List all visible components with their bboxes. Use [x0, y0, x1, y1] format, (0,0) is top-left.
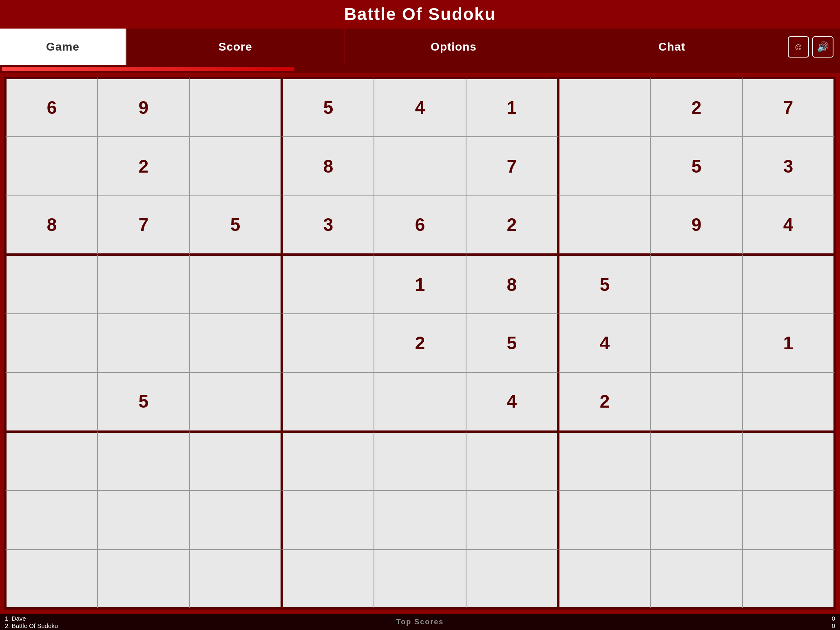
smiley-icon-button[interactable]: ☺	[788, 36, 809, 58]
cell-0-1: 9	[97, 78, 190, 137]
cell-1-1: 2	[97, 137, 190, 195]
cell-1-8: 3	[743, 137, 835, 195]
cell-4-5: 5	[466, 314, 558, 373]
progress-bar	[2, 67, 294, 71]
cell-3-3[interactable]	[282, 255, 374, 313]
cell-2-5: 2	[466, 196, 558, 255]
cell-3-0[interactable]	[5, 255, 97, 313]
cell-4-6: 4	[558, 314, 650, 373]
sudoku-container: 695412728753875362941852541542	[2, 74, 838, 612]
cell-2-4: 6	[374, 196, 466, 255]
cell-2-2: 5	[190, 196, 282, 255]
cell-2-8: 4	[743, 196, 835, 255]
title-bar: Battle Of Sudoku	[0, 0, 840, 29]
score-left-panel: 1. Dave 2. Battle Of Sudoku	[0, 615, 58, 629]
cell-8-4[interactable]	[374, 550, 466, 608]
cell-2-6[interactable]	[558, 196, 650, 255]
cell-3-2[interactable]	[190, 255, 282, 313]
cell-6-1[interactable]	[97, 432, 190, 490]
cell-6-4[interactable]	[374, 432, 466, 490]
cell-2-0: 8	[5, 196, 97, 255]
cell-8-8[interactable]	[743, 550, 835, 608]
cell-0-6[interactable]	[558, 78, 650, 137]
nav-game-tab[interactable]: Game	[0, 29, 126, 65]
cell-4-1[interactable]	[97, 314, 190, 373]
cell-1-3: 8	[282, 137, 374, 195]
app-title: Battle Of Sudoku	[344, 4, 496, 24]
cell-3-1[interactable]	[97, 255, 190, 313]
cell-8-5[interactable]	[466, 550, 558, 608]
cell-8-0[interactable]	[5, 550, 97, 608]
score-val-1: 0	[832, 615, 835, 622]
cell-7-5[interactable]	[466, 490, 558, 549]
top-scores-label: Top Scores	[396, 618, 444, 626]
nav-bar: Game Score Options Chat ☺ 🔊	[0, 29, 840, 65]
cell-5-7[interactable]	[650, 373, 743, 431]
cell-6-0[interactable]	[5, 432, 97, 490]
cell-0-2[interactable]	[190, 78, 282, 137]
cell-5-0[interactable]	[5, 373, 97, 431]
cell-1-0[interactable]	[5, 137, 97, 195]
game-area: 695412728753875362941852541542	[0, 73, 840, 614]
cell-1-4[interactable]	[374, 137, 466, 195]
cell-8-7[interactable]	[650, 550, 743, 608]
cell-0-7: 2	[650, 78, 743, 137]
cell-6-5[interactable]	[466, 432, 558, 490]
cell-7-0[interactable]	[5, 490, 97, 549]
cell-5-1: 5	[97, 373, 190, 431]
cell-8-3[interactable]	[282, 550, 374, 608]
cell-0-8: 7	[743, 78, 835, 137]
cell-4-4: 2	[374, 314, 466, 373]
nav-score-tab[interactable]: Score	[126, 29, 345, 65]
cell-2-7: 9	[650, 196, 743, 255]
cell-0-5: 1	[466, 78, 558, 137]
cell-1-5: 7	[466, 137, 558, 195]
cell-5-3[interactable]	[282, 373, 374, 431]
cell-6-6[interactable]	[558, 432, 650, 490]
cell-5-8[interactable]	[743, 373, 835, 431]
cell-6-7[interactable]	[650, 432, 743, 490]
sound-icon-button[interactable]: 🔊	[812, 36, 833, 58]
cell-5-4[interactable]	[374, 373, 466, 431]
cell-8-2[interactable]	[190, 550, 282, 608]
cell-7-3[interactable]	[282, 490, 374, 549]
sudoku-grid: 695412728753875362941852541542	[4, 77, 836, 610]
cell-4-3[interactable]	[282, 314, 374, 373]
cell-3-7[interactable]	[650, 255, 743, 313]
nav-icons-area: ☺ 🔊	[781, 29, 840, 65]
cell-4-7[interactable]	[650, 314, 743, 373]
cell-8-6[interactable]	[558, 550, 650, 608]
cell-6-2[interactable]	[190, 432, 282, 490]
score-right-panel: 0 0	[832, 615, 840, 629]
cell-3-8[interactable]	[743, 255, 835, 313]
cell-4-2[interactable]	[190, 314, 282, 373]
cell-0-3: 5	[282, 78, 374, 137]
cell-7-7[interactable]	[650, 490, 743, 549]
cell-1-2[interactable]	[190, 137, 282, 195]
cell-7-2[interactable]	[190, 490, 282, 549]
cell-1-6[interactable]	[558, 137, 650, 195]
cell-7-1[interactable]	[97, 490, 190, 549]
cell-3-4: 1	[374, 255, 466, 313]
score-entry-2: 2. Battle Of Sudoku	[5, 622, 58, 629]
cell-7-6[interactable]	[558, 490, 650, 549]
cell-0-0: 6	[5, 78, 97, 137]
progress-area	[0, 65, 840, 73]
cell-6-3[interactable]	[282, 432, 374, 490]
cell-2-1: 7	[97, 196, 190, 255]
cell-2-3: 3	[282, 196, 374, 255]
bottom-bar: Top Scores 1. Dave 2. Battle Of Sudoku 0…	[0, 614, 840, 630]
cell-5-6: 2	[558, 373, 650, 431]
cell-5-2[interactable]	[190, 373, 282, 431]
cell-8-1[interactable]	[97, 550, 190, 608]
nav-options-tab[interactable]: Options	[345, 29, 563, 65]
score-entry-1: 1. Dave	[5, 615, 58, 622]
cell-4-0[interactable]	[5, 314, 97, 373]
cell-6-8[interactable]	[743, 432, 835, 490]
score-val-2: 0	[832, 622, 835, 629]
cell-5-5: 4	[466, 373, 558, 431]
cell-7-4[interactable]	[374, 490, 466, 549]
cell-7-8[interactable]	[743, 490, 835, 549]
cell-3-5: 8	[466, 255, 558, 313]
nav-chat-tab[interactable]: Chat	[563, 29, 781, 65]
